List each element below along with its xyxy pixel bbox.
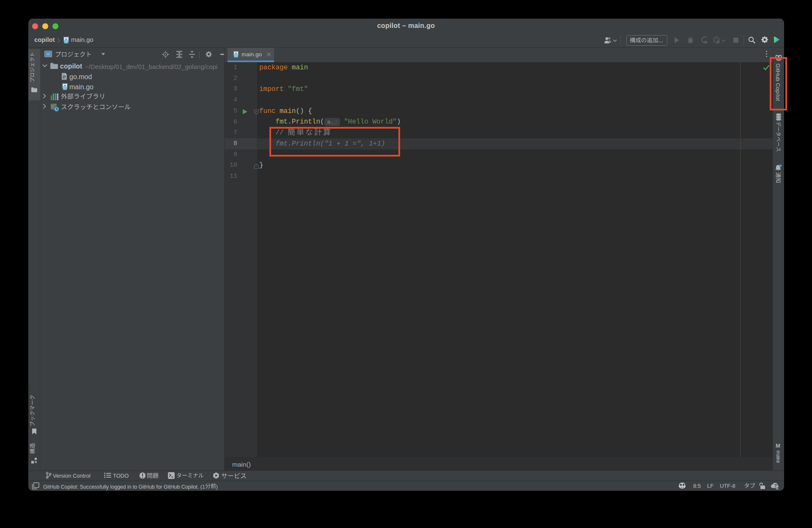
svg-text:?: ?	[774, 483, 777, 488]
